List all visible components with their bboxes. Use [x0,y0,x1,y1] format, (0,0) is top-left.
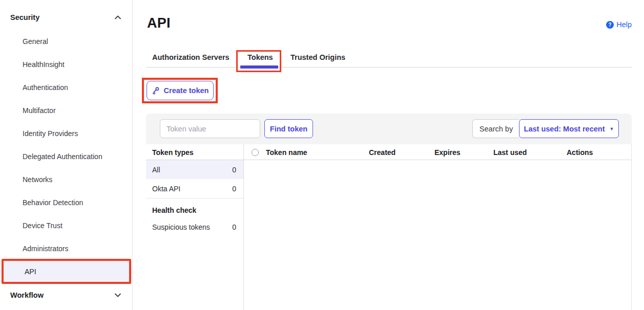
token-type-count: 0 [232,223,236,231]
key-plus-icon [152,86,160,95]
sidebar-footer-label: Workflow [10,291,44,299]
sidebar-section-label: Security [10,13,39,21]
token-types-title: Token types [152,148,194,157]
column-expires: Expires [434,148,461,157]
sidebar-item-healthinsight[interactable]: HealthInsight [0,53,133,76]
health-check-title: Health check [152,206,196,214]
sidebar-section-workflow[interactable]: Workflow [0,287,133,303]
sidebar-item-administrators[interactable]: Administrators [0,237,133,260]
table-header-row: Token types Token name Created Expires L… [146,144,631,160]
active-tab-underline [240,65,278,69]
sidebar-item-authentication[interactable]: Authentication [0,76,133,99]
sort-dropdown-value: Last used: Most recent [524,125,605,133]
token-type-filter-suspicious[interactable]: Suspicious tokens 0 [146,219,243,235]
token-type-filter-okta-api[interactable]: Okta API 0 [146,179,243,198]
token-type-label: All [152,166,160,174]
help-link[interactable]: ? Help [606,20,632,29]
help-label: Help [616,20,632,29]
token-value-input[interactable] [160,119,260,138]
select-all-radio[interactable] [252,149,259,156]
column-token-name: Token name [266,148,307,157]
sidebar-item-multifactor[interactable]: Multifactor [0,99,133,122]
chevron-down-icon [114,293,121,298]
okta-admin-api-page: Security General HealthInsight Authentic… [0,0,644,310]
sidebar-item-api[interactable]: API [2,259,131,284]
create-token-label: Create token [164,86,209,95]
sidebar-items: General HealthInsight Authentication Mul… [0,30,133,283]
search-by-label: Search by [472,119,520,138]
chevron-up-icon [114,15,121,20]
sidebar-section-security[interactable]: Security [0,9,133,26]
help-icon: ? [606,21,614,29]
column-actions: Actions [567,148,593,157]
column-last-used: Last used [493,148,527,157]
sidebar: Security General HealthInsight Authentic… [0,0,133,310]
panel-divider [243,144,244,310]
page-title: API [147,15,171,31]
token-type-label: Okta API [152,185,180,193]
sidebar-item-behavior-detection[interactable]: Behavior Detection [0,191,133,214]
sort-dropdown[interactable]: Last used: Most recent ▼ [519,119,619,138]
sidebar-item-general[interactable]: General [0,30,133,53]
tab-tokens[interactable]: Tokens [247,53,273,61]
find-token-button[interactable]: Find token [264,119,313,138]
caret-down-icon: ▼ [610,126,614,131]
sidebar-item-networks[interactable]: Networks [0,168,133,191]
token-type-count: 0 [232,185,236,193]
sidebar-item-identity-providers[interactable]: Identity Providers [0,122,133,145]
token-filter-bar: Find token Search by Last used: Most rec… [146,114,632,144]
create-token-button[interactable]: Create token [147,81,214,100]
tokens-table: Token types Token name Created Expires L… [146,144,632,310]
tab-authorization-servers[interactable]: Authorization Servers [152,53,230,61]
tab-trusted-origins[interactable]: Trusted Origins [290,53,345,61]
token-type-label: Suspicious tokens [152,223,210,231]
token-type-count: 0 [232,166,236,174]
column-created: Created [369,148,396,157]
sidebar-item-device-trust[interactable]: Device Trust [0,214,133,237]
tabs-divider [146,67,632,68]
token-type-filter-all[interactable]: All 0 [146,160,243,179]
sidebar-item-delegated-authentication[interactable]: Delegated Authentication [0,145,133,168]
